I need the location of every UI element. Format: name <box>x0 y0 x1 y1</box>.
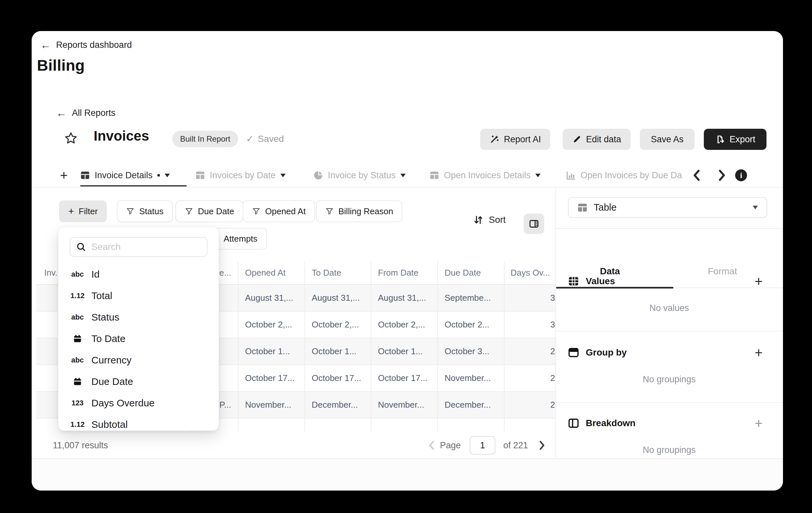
info-icon[interactable]: i <box>735 169 747 181</box>
save-as-button[interactable]: Save As <box>640 129 695 150</box>
funnel-icon <box>126 207 135 216</box>
chip-label: Billing Reason <box>338 206 393 217</box>
breakdown-section-header: Breakdown <box>568 417 636 429</box>
sort-arrows-icon <box>473 215 484 225</box>
report-ai-button[interactable]: Report AI <box>480 129 550 150</box>
cell-days-overdue: 295 <box>504 339 555 364</box>
cell-opened-at: November... <box>238 392 305 418</box>
tabs-scroll-right-icon[interactable] <box>717 169 727 182</box>
column-header-to-date[interactable]: To Date <box>305 261 371 284</box>
cell-due-date: November... <box>438 365 504 391</box>
filter-chip-status[interactable]: Status <box>117 200 173 222</box>
cell-from-date: October 2,... <box>371 312 438 338</box>
chip-label: Status <box>139 206 164 217</box>
filter-chip-billing-reason[interactable]: Billing Reason <box>316 200 402 222</box>
page-label: Page <box>440 440 461 451</box>
tab-invoice-details[interactable]: Invoice Details <box>80 168 170 183</box>
type-abc-icon: abc <box>69 356 85 364</box>
tab-label: Invoice Details <box>95 170 153 181</box>
tabs-divider <box>32 187 783 188</box>
prev-page-icon[interactable] <box>428 440 435 450</box>
menu-item-days-overdue[interactable]: 123 Days Overdue <box>58 392 219 414</box>
built-in-report-badge: Built In Report <box>172 131 238 147</box>
chevron-down-icon <box>535 173 541 177</box>
column-header-from-date[interactable]: From Date <box>371 261 438 284</box>
filter-chip-opened-at[interactable]: Opened At <box>243 200 315 222</box>
tab-label: Open Invoices Details <box>444 170 531 181</box>
page-number-input[interactable] <box>470 436 495 455</box>
sort-label: Sort <box>489 215 505 225</box>
export-label: Export <box>729 134 755 144</box>
cell-to-date: October 1... <box>305 339 371 364</box>
filter-chip-due-date[interactable]: Due Date <box>175 200 243 222</box>
bar-chart-icon <box>566 170 576 180</box>
toggle-side-panel-button[interactable] <box>524 214 544 234</box>
menu-item-to-date[interactable]: To Date <box>58 328 219 349</box>
tab-format[interactable]: Format <box>708 266 737 277</box>
cell-due-date: Septembe... <box>438 285 504 311</box>
tab-data[interactable]: Data <box>600 266 620 277</box>
table-icon <box>429 170 439 180</box>
breakdown-columns-icon <box>568 417 579 429</box>
menu-item-currency[interactable]: abc Currency <box>58 349 219 371</box>
add-filter-button[interactable]: + Filter <box>59 200 107 222</box>
edit-data-button[interactable]: Edit data <box>563 129 631 150</box>
field-search-dropdown: abc Id 1.12 Total abc Status <box>58 227 219 431</box>
chip-label: Opened At <box>265 206 306 217</box>
funnel-icon <box>252 207 261 216</box>
report-title: Invoices <box>94 128 149 144</box>
field-search-box[interactable] <box>69 237 207 257</box>
column-header-opened-at[interactable]: Opened At <box>238 261 305 284</box>
menu-item-id[interactable]: abc Id <box>58 264 219 285</box>
field-search-input[interactable] <box>91 241 201 252</box>
chip-label: Due Date <box>198 206 234 217</box>
add-breakdown-button[interactable]: + <box>755 416 763 430</box>
section-divider <box>556 331 783 331</box>
tabs-scroll-left-icon[interactable] <box>692 169 702 182</box>
tab-open-invoices-details[interactable]: Open Invoices Details <box>429 168 541 183</box>
add-group-by-button[interactable]: + <box>755 346 763 360</box>
menu-item-total[interactable]: 1.12 Total <box>58 285 219 306</box>
app-window: ← Reports dashboard Billing ← All Report… <box>32 31 783 490</box>
pie-chart-icon <box>313 170 323 180</box>
tab-open-invoices-by-due-date[interactable]: Open Invoices by Due Da <box>566 168 682 183</box>
cell-to-date: October 2,... <box>305 312 371 338</box>
plus-icon: + <box>68 206 74 217</box>
side-panel-icon <box>529 219 539 229</box>
tab-invoice-by-status[interactable]: Invoice by Status <box>313 168 406 183</box>
values-section-header: Values <box>568 276 615 287</box>
group-by-empty-state: No groupings <box>555 374 783 385</box>
sort-button[interactable]: Sort <box>473 215 505 225</box>
menu-item-subtotal[interactable]: 1.12 Subtotal <box>58 414 219 431</box>
star-icon[interactable] <box>64 131 78 145</box>
cell-opened-at: October 17... <box>238 365 305 391</box>
sidebar-top-divider <box>556 228 783 229</box>
back-to-all-reports-link[interactable]: ← All Reports <box>56 108 115 118</box>
tab-invoices-by-date[interactable]: Invoices by Date <box>195 168 286 183</box>
chip-label: Attempts <box>224 234 258 244</box>
chevron-down-icon <box>753 206 758 209</box>
cell-days-overdue: 335 <box>504 285 555 311</box>
funnel-icon <box>185 207 193 216</box>
table-icon <box>577 202 588 213</box>
column-header-days-overdue[interactable]: Days Ov... <box>504 261 555 284</box>
back-arrow-icon: ← <box>56 108 67 118</box>
back-to-reports-dashboard-link[interactable]: ← Reports dashboard <box>40 39 132 50</box>
cell-from-date: October 17... <box>371 365 438 391</box>
menu-item-due-date[interactable]: Due Date <box>58 371 219 392</box>
add-value-button[interactable]: + <box>755 275 763 289</box>
unsaved-dot <box>157 174 160 177</box>
export-button[interactable]: Export <box>704 129 766 150</box>
tab-label: Open Invoices by Due Da <box>580 170 682 181</box>
type-decimal-icon: 1.12 <box>69 420 85 429</box>
pencil-icon <box>572 135 581 144</box>
add-view-button[interactable]: + <box>60 168 68 183</box>
footer-divider <box>32 458 783 459</box>
calendar-icon <box>69 334 85 343</box>
viz-select-value: Table <box>594 202 747 213</box>
visualization-type-select[interactable]: Table <box>568 197 767 218</box>
next-page-icon[interactable] <box>538 440 546 450</box>
cell-due-date: December... <box>438 392 504 418</box>
menu-item-status[interactable]: abc Status <box>58 306 219 328</box>
column-header-due-date[interactable]: Due Date <box>438 261 504 284</box>
